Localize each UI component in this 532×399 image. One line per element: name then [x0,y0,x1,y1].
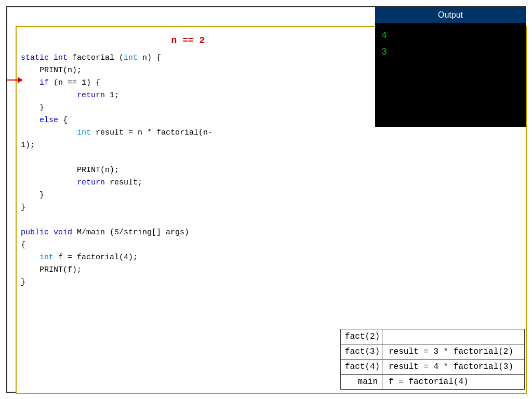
stack-value-fact2 [382,329,524,344]
code-line-19: } [21,276,355,289]
code-line-7: int result = n * factorial(n- [21,127,355,139]
stack-label-fact2: fact(2) [341,329,382,344]
code-line-18: PRINT(f); [21,264,355,276]
code-line-17: int f = factorial(4); [21,251,355,264]
code-line-11: return result; [21,177,355,189]
code-line-13: } [21,202,355,214]
stack-label-fact3: fact(3) [341,344,382,359]
call-stack: fact(2) fact(3) result = 3 * factorial(2… [340,329,525,390]
code-line-10: PRINT(n); [21,164,355,177]
code-line-2: PRINT(n); [21,64,355,77]
stack-value-fact3: result = 3 * factorial(2) [382,344,524,359]
code-line-8: 1); [21,139,355,152]
output-panel: Output 4 3 [375,7,526,127]
code-line-12: } [21,189,355,202]
output-title: Output [375,7,526,23]
arrow-line [7,79,18,81]
code-line-6: else { [21,114,355,127]
stack-row-fact2: fact(2) [340,329,525,344]
condition-label: n == 2 [21,35,355,46]
stack-value-main: f = factorial(4) [382,375,524,389]
code-line-15: public void M/main (S/string[] args) [21,227,355,239]
stack-label-fact4: fact(4) [341,360,382,374]
code-line-5: } [21,102,355,114]
stack-value-fact4: result = 4 * factorial(3) [382,360,524,374]
code-line-1: static int factorial (int n) { [21,52,355,64]
code-line-4: return 1; [21,89,355,102]
output-line-1: 4 [381,27,520,44]
output-content: 4 3 [375,23,526,127]
output-line-2: 3 [381,44,520,60]
stack-row-main: main f = factorial(4) [340,375,525,390]
code-line-blank [21,152,355,164]
stack-label-main: main [341,375,382,389]
code-line-blank2 [21,214,355,227]
code-line-16: { [21,239,355,251]
stack-row-fact3: fact(3) result = 3 * factorial(2) [340,344,525,360]
code-line-3: if (n == 1) { [21,77,355,89]
stack-row-fact4: fact(4) result = 4 * factorial(3) [340,360,525,375]
code-area: static int factorial (int n) { PRINT(n);… [21,52,355,289]
